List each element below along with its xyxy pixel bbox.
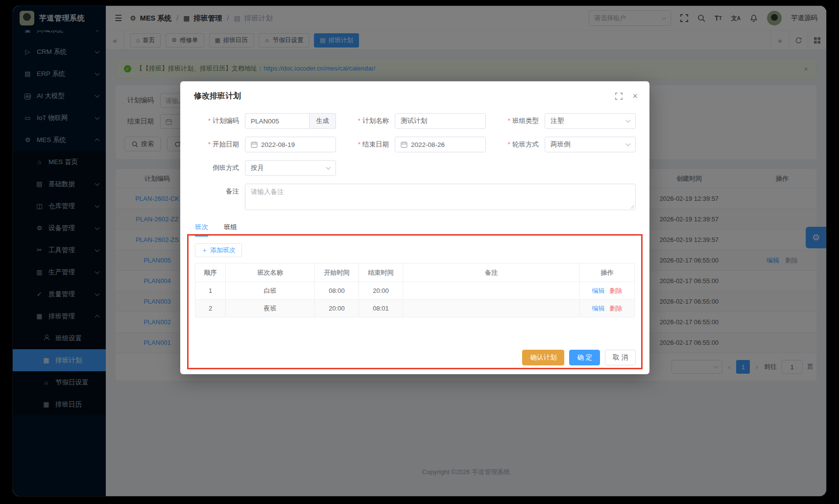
shift-row: 2 夜班 20:00 08:01 编辑删除: [195, 300, 635, 317]
dialog-title: 修改排班计划: [194, 91, 241, 101]
tab-shifts[interactable]: 班次: [195, 223, 208, 236]
rotation-select[interactable]: 两班倒: [545, 137, 636, 152]
code-label: 计划编码: [192, 117, 239, 125]
shift-row: 1 白班 08:00 20:00 编辑删除: [195, 282, 635, 300]
end-date-input[interactable]: 2022-08-26: [395, 137, 486, 152]
dialog-footer: 确认计划 确 定 取 消: [522, 350, 636, 365]
code-input[interactable]: [251, 118, 304, 125]
name-field: [395, 113, 486, 129]
plus-icon: ＋: [201, 246, 208, 255]
add-shift-button[interactable]: ＋ 添加班次: [195, 243, 242, 257]
generate-button[interactable]: 生成: [310, 113, 336, 129]
group-type-label: 班组类型: [492, 117, 539, 125]
confirm-plan-button[interactable]: 确认计划: [522, 350, 564, 365]
chevron-down-icon: [326, 165, 331, 170]
dialog-tabs: 班次 班组: [195, 223, 635, 237]
start-date-label: 开始日期: [192, 140, 239, 149]
shift-table: 顺序 班次名称 开始时间 结束时间 备注 操作 1 白班 08:00 20:00…: [195, 263, 635, 317]
shift-mode-select[interactable]: 按月: [245, 160, 336, 176]
remark-textarea[interactable]: 请输入备注: [245, 184, 636, 210]
delete-link[interactable]: 删除: [610, 287, 623, 294]
resize-handle[interactable]: [630, 204, 634, 209]
dialog-form: 计划编码 生成 计划名称 班组类型 注塑 开始日期 2022-08-19 结束日…: [180, 101, 649, 210]
end-date-label: 结束日期: [342, 140, 389, 149]
name-label: 计划名称: [342, 117, 389, 125]
calendar-icon: [251, 141, 258, 148]
remark-label: 备注: [192, 187, 239, 196]
group-type-select[interactable]: 注塑: [545, 113, 636, 129]
calendar-icon: [401, 141, 408, 148]
dialog-fullscreen-icon[interactable]: [615, 93, 623, 100]
name-input[interactable]: [401, 118, 480, 125]
code-field: 生成: [245, 113, 336, 129]
ok-button[interactable]: 确 定: [569, 350, 600, 365]
shift-mode-label: 倒班方式: [192, 164, 239, 172]
dialog-close-icon[interactable]: ×: [632, 91, 638, 101]
cancel-button[interactable]: 取 消: [605, 350, 636, 365]
edit-link[interactable]: 编辑: [592, 305, 605, 312]
delete-link[interactable]: 删除: [610, 305, 623, 312]
app-window: 芋道管理系统 ▣ 商城系统 ▷ CRM 系统 ▤ ERP 系统 AI AI 大模…: [13, 6, 826, 496]
chevron-down-icon: [626, 142, 631, 146]
edit-plan-dialog: 修改排班计划 × 计划编码 生成 计划名称 班组类型 注塑 开始日期 2022-…: [180, 81, 649, 374]
tab-teams[interactable]: 班组: [224, 223, 237, 236]
chevron-down-icon: [626, 118, 631, 123]
edit-link[interactable]: 编辑: [592, 287, 605, 294]
rotation-label: 轮班方式: [492, 140, 539, 149]
start-date-input[interactable]: 2022-08-19: [245, 137, 336, 152]
shift-table-header: 顺序 班次名称 开始时间 结束时间 备注 操作: [195, 264, 635, 282]
